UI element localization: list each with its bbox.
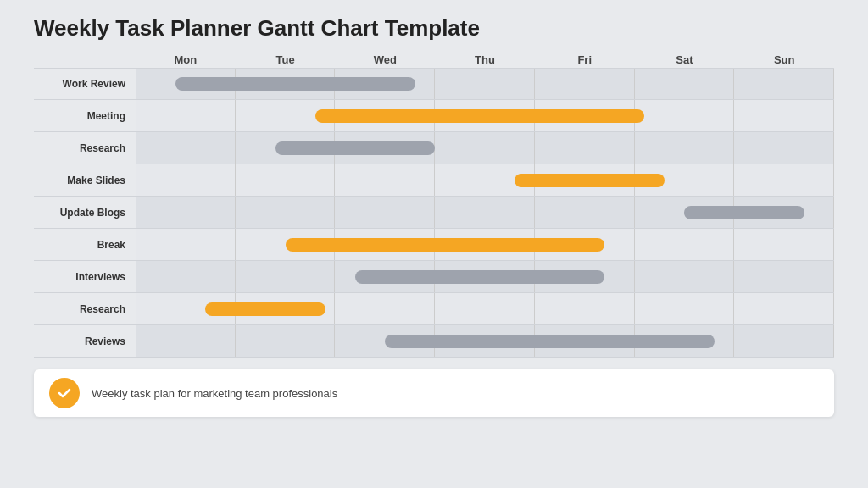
task-grid: [136, 100, 834, 131]
task-grid: [136, 293, 834, 324]
task-label: Research: [34, 303, 136, 315]
task-row: Research: [34, 293, 834, 325]
gantt-bar: [205, 302, 325, 316]
task-grid: [136, 229, 834, 260]
day-cell: [635, 261, 735, 292]
task-label: Reviews: [34, 336, 136, 347]
day-header-sun: Sun: [734, 53, 834, 66]
day-header-mon: Mon: [136, 53, 236, 66]
task-row: Make Slides: [34, 164, 834, 197]
task-grid: [136, 69, 834, 99]
day-cell: [734, 325, 834, 357]
day-cell: [635, 293, 735, 324]
day-cell: [136, 229, 236, 260]
task-row: Break: [34, 229, 834, 261]
day-cell: [635, 69, 735, 99]
day-cell: [236, 164, 336, 196]
day-header-sat: Sat: [635, 53, 735, 66]
footer-text: Weekly task plan for marketing team prof…: [92, 387, 337, 400]
task-row: Reviews: [34, 325, 834, 358]
day-cell: [136, 132, 236, 164]
task-label: Meeting: [34, 110, 136, 122]
day-cell: [136, 261, 236, 292]
task-row: Research: [34, 132, 834, 164]
task-row: Meeting: [34, 100, 834, 132]
page-title: Weekly Task Planner Gantt Chart Template: [34, 15, 480, 42]
gantt-bar: [385, 335, 714, 348]
task-grid: [136, 132, 834, 164]
day-cell: [236, 261, 336, 292]
task-rows: Work ReviewMeetingResearchMake SlidesUpd…: [34, 68, 834, 358]
day-cell: [734, 229, 834, 260]
task-label: Research: [34, 142, 136, 154]
day-cell: [734, 100, 834, 131]
day-cell: [335, 197, 435, 228]
day-cell: [535, 69, 635, 99]
check-icon: [57, 385, 72, 401]
day-cell: [236, 325, 336, 357]
day-cell: [136, 325, 236, 357]
day-header-tue: Tue: [236, 53, 336, 66]
day-cell: [435, 132, 535, 164]
gantt-bar: [275, 141, 435, 155]
day-cell: [435, 293, 535, 324]
gantt-bar: [515, 174, 665, 187]
day-cell: [535, 132, 635, 164]
day-header-row: MonTueWedThuFriSatSun: [136, 53, 834, 66]
day-cell: [635, 229, 735, 260]
footer-note: Weekly task plan for marketing team prof…: [34, 369, 834, 417]
gantt-bar: [175, 77, 415, 91]
task-label: Break: [34, 239, 136, 251]
task-label: Update Blogs: [34, 207, 136, 219]
task-grid: [136, 164, 834, 196]
task-grid: [136, 261, 834, 292]
day-cell: [635, 132, 735, 164]
task-row: Update Blogs: [34, 197, 834, 229]
day-cell: [236, 197, 336, 228]
day-cell: [734, 261, 834, 292]
day-cell: [435, 197, 535, 228]
day-cell: [435, 69, 535, 99]
day-cell: [535, 197, 635, 228]
day-cell: [734, 69, 834, 99]
day-cell: [535, 293, 635, 324]
gantt-bar: [355, 270, 604, 284]
day-cell: [734, 132, 834, 164]
gantt-bar: [315, 109, 644, 123]
day-cell: [734, 164, 834, 196]
gantt-bar: [286, 238, 605, 252]
task-label: Work Review: [34, 78, 136, 90]
day-cell: [335, 164, 435, 196]
day-cell: [136, 164, 236, 196]
footer-icon-circle: [49, 378, 80, 408]
task-row: Interviews: [34, 261, 834, 293]
day-cell: [136, 100, 236, 131]
day-cell: [136, 197, 236, 228]
task-label: Interviews: [34, 271, 136, 283]
gantt-chart: MonTueWedThuFriSatSun Work ReviewMeeting…: [34, 53, 834, 358]
task-label: Make Slides: [34, 175, 136, 186]
day-cell: [734, 293, 834, 324]
day-cell: [335, 293, 435, 324]
task-grid: [136, 325, 834, 357]
gantt-bar: [684, 206, 804, 219]
day-header-wed: Wed: [335, 53, 435, 66]
day-header-fri: Fri: [535, 53, 635, 66]
day-cell: [635, 100, 735, 131]
task-grid: [136, 197, 834, 228]
task-row: Work Review: [34, 68, 834, 100]
day-header-thu: Thu: [435, 53, 535, 66]
